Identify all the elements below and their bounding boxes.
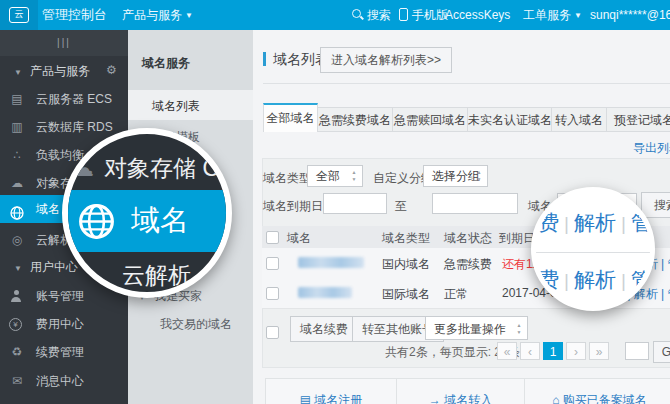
bulk-renew-button[interactable]: 域名续费 xyxy=(290,316,358,342)
envelope-icon: ✉ xyxy=(8,367,26,395)
custom-group-select[interactable]: 选择分组▲▼ xyxy=(423,165,488,187)
magnifier-right: 费|解析|管 费|解析|管 xyxy=(531,187,655,311)
domain-type-cell: 国际域名 xyxy=(382,286,430,303)
magnified-domain-item: 域名 xyxy=(62,190,232,252)
tickets-menu[interactable]: 工单服务▼ xyxy=(523,0,582,30)
domain-type-cell: 国内域名 xyxy=(382,256,430,273)
renew-icon: ♻ xyxy=(8,338,26,366)
select-arrows-icon: ▲▼ xyxy=(515,322,523,336)
sidebar-item-billing[interactable]: ¥费用中心 xyxy=(0,310,128,338)
export-list-link[interactable]: 导出列表 xyxy=(633,140,670,157)
page-jump-input[interactable] xyxy=(625,342,649,360)
buy-registered-domain-link[interactable]: ⌂ 购买已备案域名 xyxy=(525,392,670,404)
tab-redeem-urgent[interactable]: 急需赎回域名 xyxy=(393,107,468,132)
transfer-in-link[interactable]: → 域名转入 xyxy=(397,392,524,404)
topbar-search[interactable]: 搜索 xyxy=(352,0,391,30)
bulk-more-select[interactable]: 更多批量操作▲▼ xyxy=(425,316,528,340)
magnified-action-links: 费|解析|管 xyxy=(538,266,655,294)
products-menu[interactable]: 产品与服务▼ xyxy=(122,0,193,30)
arrow-icon: → xyxy=(429,393,441,404)
subnav-item-domain-list-label[interactable]: 域名列表 xyxy=(152,98,200,115)
server-icon: ▤ xyxy=(8,85,26,113)
col-status: 域名状态 xyxy=(444,230,492,247)
page-go-button[interactable]: GO xyxy=(653,341,670,363)
mobile-version-link[interactable]: 手机版 xyxy=(399,0,448,30)
magnified-dns-item: 云解析 xyxy=(122,260,191,291)
chevron-down-icon: ▼ xyxy=(574,11,582,20)
col-domain: 域名 xyxy=(287,230,311,247)
dns-icon: ◎ xyxy=(8,226,26,254)
chevron-down-icon: ▼ xyxy=(185,11,193,20)
globe-icon xyxy=(78,203,115,240)
page-current[interactable]: 1 xyxy=(543,342,563,360)
magnifier-left: ☁对象存储 OS 域名 云解析 xyxy=(62,128,232,298)
domain-name-redacted xyxy=(298,257,364,268)
select-arrows-icon: ▲▼ xyxy=(350,169,358,183)
load-balancer-icon: ∴ xyxy=(8,141,26,169)
console-home-link[interactable]: 管理控制台 xyxy=(42,0,107,30)
domain-type-select[interactable]: 全部▲▼ xyxy=(307,165,363,187)
select-all-checkbox[interactable] xyxy=(266,231,279,244)
gear-icon[interactable]: ⚙ xyxy=(106,63,117,77)
register-icon: ▤ xyxy=(300,393,311,404)
expiry-date-to-input[interactable] xyxy=(432,193,518,214)
divider xyxy=(536,252,650,253)
enter-dns-list-button[interactable]: 进入域名解析列表>> xyxy=(320,47,452,73)
domain-status-cell: 急需续费 xyxy=(444,256,492,273)
tab-renew-urgent[interactable]: 急需续费域名 xyxy=(318,107,393,132)
sidebar-group-user[interactable]: ▼用户中心 xyxy=(14,254,78,280)
phone-icon xyxy=(399,8,408,21)
user-account[interactable]: sunqi******@163.c xyxy=(590,0,670,30)
page-next-button[interactable]: › xyxy=(566,342,586,360)
tab-all-domains[interactable]: 全部域名 xyxy=(263,103,318,132)
yen-icon: ¥ xyxy=(9,318,22,331)
database-icon: ▥ xyxy=(8,113,26,141)
title-accent-bar xyxy=(263,52,266,66)
subnav-header: 域名服务 xyxy=(142,55,190,72)
caret-down-icon: ▼ xyxy=(14,68,22,77)
logo-tile[interactable]: 云 xyxy=(0,0,38,30)
sidebar-group-products[interactable]: ▼产品与服务 xyxy=(14,58,90,84)
sidebar-item-messages[interactable]: ✉消息中心 xyxy=(0,367,128,395)
console-page: 云 管理控制台 产品与服务▼ 搜索 手机版 AccessKeys 工单服务▼ s… xyxy=(0,0,670,404)
accesskeys-link[interactable]: AccessKeys xyxy=(445,0,510,30)
bulk-select-checkbox[interactable] xyxy=(266,326,279,339)
domain-name-redacted xyxy=(298,287,352,298)
sidebar-item-ecs[interactable]: ▤云服务器 ECS xyxy=(0,85,128,113)
row-checkbox[interactable] xyxy=(266,287,279,300)
sidebar-collapse-handle[interactable]: ||| xyxy=(0,30,128,56)
expiry-date-from-input[interactable] xyxy=(323,193,387,214)
magnified-action-links: 费|解析|管 xyxy=(538,209,655,237)
sidebar-item-renewal[interactable]: ♻续费管理 xyxy=(0,338,128,366)
topbar: 云 管理控制台 产品与服务▼ 搜索 手机版 AccessKeys 工单服务▼ s… xyxy=(0,0,670,30)
page-first-button[interactable]: « xyxy=(497,342,517,360)
footer-card: ▤ 域名注册 xyxy=(265,378,397,404)
person-icon xyxy=(10,290,22,302)
divider xyxy=(263,83,670,84)
magnified-oss-item: ☁对象存储 OS xyxy=(70,153,232,184)
search-button[interactable]: 搜索 xyxy=(641,192,670,218)
caret-down-icon: ▼ xyxy=(14,264,22,273)
cloud-storage-icon: ☁ xyxy=(8,169,26,197)
date-to-label: 至 xyxy=(395,198,407,215)
page-last-button[interactable]: » xyxy=(589,342,609,360)
select-arrows-icon: ▲▼ xyxy=(475,169,483,183)
aliyun-logo-icon: 云 xyxy=(9,7,29,23)
tab-unverified[interactable]: 未实名认证域名 xyxy=(468,107,552,132)
subnav-item-traded-domains[interactable]: 我交易的域名 xyxy=(160,316,232,333)
domain-status-cell: 正常 xyxy=(444,286,468,303)
footer-card: ⌂ 购买已备案域名 xyxy=(525,378,670,404)
row-checkbox[interactable] xyxy=(266,257,279,270)
register-domain-link[interactable]: ▤ 域名注册 xyxy=(266,392,396,404)
tab-transfer-in[interactable]: 转入域名 xyxy=(552,107,607,132)
home-icon: ⌂ xyxy=(552,393,559,404)
footer-card: → 域名转入 xyxy=(397,378,525,404)
search-icon xyxy=(352,9,363,20)
tab-preregister[interactable]: 预登记域名 xyxy=(607,107,670,132)
page-prev-button[interactable]: ‹ xyxy=(520,342,540,360)
col-type: 域名类型 xyxy=(382,230,430,247)
